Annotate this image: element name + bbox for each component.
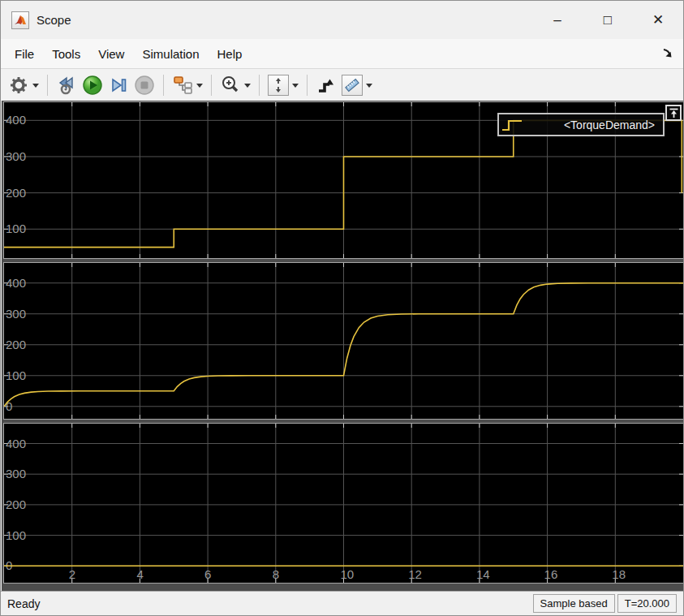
- signal-blocks-icon: [171, 75, 194, 96]
- zoom-dropdown-caret[interactable]: [244, 84, 251, 91]
- toolbar-separator: [259, 75, 260, 96]
- legend-box[interactable]: <TorqueDemand>: [497, 113, 665, 136]
- gear-icon: [9, 75, 28, 95]
- simulation-time-indicator: T=20.000: [617, 594, 677, 613]
- magnifier-plus-icon: [220, 75, 241, 96]
- step-forward-icon: [108, 75, 129, 96]
- close-button[interactable]: ✕: [633, 1, 683, 39]
- svg-text:6: 6: [204, 567, 211, 581]
- toolbar-separator: [163, 75, 164, 96]
- scope-canvas: 100200300400 <TorqueDemand> 010020030040…: [2, 101, 684, 592]
- stop-button[interactable]: [132, 73, 157, 97]
- menu-tools[interactable]: Tools: [43, 41, 89, 67]
- arrow-up-to-bar-icon: [669, 108, 679, 118]
- maximize-button[interactable]: □: [583, 1, 633, 39]
- zoom-button[interactable]: [218, 73, 243, 97]
- svg-text:200: 200: [6, 498, 26, 511]
- svg-text:4: 4: [136, 567, 143, 581]
- svg-text:18: 18: [612, 567, 626, 581]
- svg-text:2: 2: [69, 567, 75, 581]
- title-bar: Scope – □ ✕: [1, 1, 683, 39]
- plot-2-chart: 0100200300400: [4, 263, 683, 419]
- autoscale-icon: [270, 77, 286, 93]
- stop-icon: [134, 75, 155, 96]
- svg-text:300: 300: [6, 149, 26, 163]
- status-message: Ready: [7, 597, 40, 610]
- svg-text:100: 100: [6, 368, 26, 382]
- svg-text:400: 400: [6, 276, 26, 290]
- trigger-button[interactable]: [314, 73, 338, 97]
- svg-text:300: 300: [6, 307, 26, 321]
- signal-selector-button[interactable]: [170, 73, 195, 97]
- svg-text:400: 400: [6, 437, 26, 450]
- svg-text:10: 10: [341, 567, 355, 581]
- toolbar-separator: [307, 75, 308, 96]
- configuration-properties-button[interactable]: [6, 73, 31, 97]
- play-icon: [82, 75, 103, 96]
- sample-mode-indicator: Sample based: [533, 594, 615, 613]
- minimize-button[interactable]: –: [532, 1, 583, 39]
- matlab-logo-icon: [11, 11, 29, 29]
- svg-text:400: 400: [6, 113, 26, 127]
- menu-bar: File Tools View Simulation Help: [1, 39, 683, 69]
- svg-text:8: 8: [273, 567, 279, 581]
- ruler-icon: [344, 77, 360, 93]
- menu-help[interactable]: Help: [209, 41, 252, 67]
- svg-text:200: 200: [6, 186, 26, 200]
- expand-panel-button[interactable]: [665, 105, 682, 121]
- svg-text:300: 300: [6, 467, 26, 480]
- trigger-step-icon: [316, 75, 337, 96]
- legend-step-glyph-icon: [499, 114, 527, 135]
- toolbar: [1, 69, 683, 101]
- scope-plot-panel-2[interactable]: 0100200300400: [3, 262, 684, 420]
- configuration-dropdown-caret[interactable]: [32, 84, 39, 91]
- svg-text:200: 200: [6, 338, 26, 351]
- menu-simulation[interactable]: Simulation: [133, 41, 208, 67]
- status-bar: Ready Sample based T=20.000: [1, 591, 683, 615]
- signal-selector-dropdown-caret[interactable]: [196, 84, 203, 91]
- step-forward-button[interactable]: [106, 73, 131, 97]
- run-button[interactable]: [80, 73, 105, 97]
- plot-3-chart: 010020030040024681012141618: [4, 424, 683, 583]
- menu-file[interactable]: File: [6, 41, 43, 67]
- svg-text:12: 12: [408, 567, 422, 581]
- measurements-button[interactable]: [340, 73, 364, 97]
- scale-axes-button[interactable]: [266, 73, 290, 97]
- scale-axes-dropdown-caret[interactable]: [292, 84, 299, 91]
- scope-window: Scope – □ ✕ File Tools View Simulation H…: [0, 0, 684, 616]
- window-title: Scope: [37, 13, 71, 27]
- step-back-icon: [56, 75, 77, 96]
- svg-text:100: 100: [6, 528, 26, 542]
- dock-arrow-icon[interactable]: [660, 46, 675, 61]
- step-back-button[interactable]: [54, 73, 79, 97]
- svg-text:16: 16: [544, 567, 558, 581]
- legend-entry-label: <TorqueDemand>: [527, 118, 663, 131]
- measurements-dropdown-caret[interactable]: [366, 84, 372, 91]
- svg-text:14: 14: [476, 567, 490, 581]
- svg-text:100: 100: [6, 222, 26, 235]
- scope-plot-panel-1[interactable]: 100200300400 <TorqueDemand>: [3, 101, 684, 259]
- menu-view[interactable]: View: [89, 41, 133, 67]
- scope-plot-panel-3[interactable]: 010020030040024681012141618: [3, 423, 684, 584]
- toolbar-separator: [47, 75, 48, 96]
- toolbar-separator: [211, 75, 212, 96]
